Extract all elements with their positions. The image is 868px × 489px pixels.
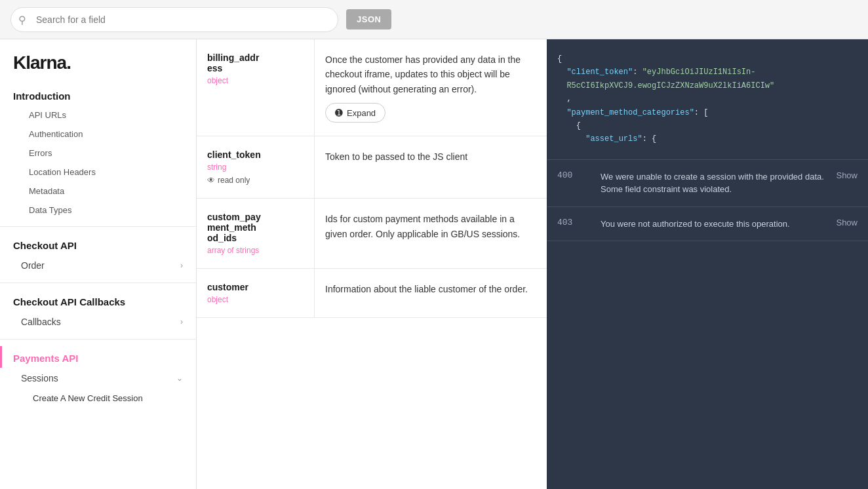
response-show-403[interactable]: Show xyxy=(836,218,858,227)
field-desc-cell-customer: Information about the liable customer of… xyxy=(315,269,547,317)
response-code-403: 403 xyxy=(557,218,590,227)
code-line-5: "payment_method_categories": [ xyxy=(557,106,858,119)
code-line-4: , xyxy=(557,92,858,106)
sidebar-item-location-headers[interactable]: Location Headers xyxy=(0,163,196,182)
sidebar-item-order-label: Order xyxy=(21,260,45,271)
response-code-400: 400 xyxy=(557,170,590,180)
sidebar-item-authentication[interactable]: Authentication xyxy=(0,125,196,144)
field-name-billing-address: billing_address xyxy=(207,52,304,73)
field-row-customer: customer object Information about the li… xyxy=(197,269,547,318)
code-block-json: { "client_token": "eyJhbGciOiJIUzI1NiIsI… xyxy=(547,39,868,160)
code-line-3: R5cCI6IkpXVCJ9.ewogICJzZXNzaW9uX2lkIiA6I… xyxy=(557,79,858,92)
readonly-label: read only xyxy=(218,176,250,185)
sidebar-section-callbacks: Checkout API Callbacks xyxy=(0,290,196,311)
field-type-custom-payment: array of strings xyxy=(207,246,304,255)
response-desc-403: You were not authorized to execute this … xyxy=(601,218,825,231)
expand-button-billing-address[interactable]: ➊ Expand xyxy=(325,103,385,123)
chevron-right-icon: › xyxy=(180,261,183,270)
field-name-client-token: client_token xyxy=(207,149,304,160)
response-show-400[interactable]: Show xyxy=(836,170,858,180)
field-name-cell-customer: customer object xyxy=(197,269,315,317)
sidebar-item-sessions[interactable]: Sessions ⌄ xyxy=(0,368,196,389)
field-readonly-client-token: 👁 read only xyxy=(207,176,304,185)
field-desc-cell-billing-address: Once the customer has provided any data … xyxy=(315,39,547,136)
response-row-403: 403 You were not authorized to execute t… xyxy=(547,207,868,242)
sidebar-section-checkout-api: Checkout API xyxy=(0,233,196,255)
sidebar-item-data-types[interactable]: Data Types xyxy=(0,201,196,220)
sidebar-item-errors[interactable]: Errors xyxy=(0,144,196,163)
top-bar: ⚲ JSON xyxy=(0,0,868,39)
field-row-custom-payment-method-ids: custom_payment_method_ids array of strin… xyxy=(197,199,547,269)
field-desc-custom-payment: Ids for custom payment methods available… xyxy=(325,212,536,241)
sidebar-section-introduction: Introduction xyxy=(0,84,196,106)
main-layout: Klarna. Introduction API URLs Authentica… xyxy=(0,39,868,489)
field-type-client-token: string xyxy=(207,163,304,172)
sidebar-divider-1 xyxy=(0,226,196,227)
field-type-billing-address: object xyxy=(207,76,304,85)
expand-label: Expand xyxy=(347,108,376,118)
code-line-1: { xyxy=(557,52,858,66)
search-input[interactable] xyxy=(10,7,338,32)
field-name-cell-custom-payment: custom_payment_method_ids array of strin… xyxy=(197,199,315,268)
code-line-2: "client_token": "eyJhbGciOiJIUzI1NiIsIn- xyxy=(557,66,858,79)
field-desc-cell-custom-payment: Ids for custom payment methods available… xyxy=(315,199,547,268)
code-line-7: "asset_urls": { xyxy=(557,132,858,146)
sidebar-section-payments-api: Payments API xyxy=(0,346,196,368)
field-row-billing-address: billing_address object Once the customer… xyxy=(197,39,547,136)
field-desc-cell-client-token: Token to be passed to the JS client xyxy=(315,136,547,198)
field-type-customer: object xyxy=(207,295,304,304)
field-name-customer: customer xyxy=(207,282,304,292)
chevron-right-icon-2: › xyxy=(180,317,183,326)
field-name-cell-billing-address: billing_address object xyxy=(197,39,315,136)
sidebar: Klarna. Introduction API URLs Authentica… xyxy=(0,39,197,489)
eye-icon: 👁 xyxy=(207,176,215,185)
sidebar-item-create-credit-session[interactable]: Create A New Credit Session xyxy=(0,389,196,408)
field-desc-billing-address: Once the customer has provided any data … xyxy=(325,52,536,96)
field-desc-customer: Information about the liable customer of… xyxy=(325,282,536,296)
response-desc-400: We were unable to create a session with … xyxy=(601,170,825,196)
logo: Klarna. xyxy=(0,39,196,84)
field-row-client-token: client_token string 👁 read only Token to… xyxy=(197,136,547,199)
json-button[interactable]: JSON xyxy=(346,9,391,29)
code-panel: { "client_token": "eyJhbGciOiJIUzI1NiIsI… xyxy=(547,39,868,489)
sidebar-item-api-urls[interactable]: API URLs xyxy=(0,106,196,125)
field-desc-client-token: Token to be passed to the JS client xyxy=(325,149,536,164)
expand-circle-icon: ➊ xyxy=(335,108,343,118)
sidebar-divider-3 xyxy=(0,339,196,340)
sidebar-item-sessions-label: Sessions xyxy=(21,373,58,383)
field-name-custom-payment: custom_payment_method_ids xyxy=(207,212,304,243)
search-icon: ⚲ xyxy=(18,13,26,26)
sidebar-item-callbacks-label: Callbacks xyxy=(21,317,61,327)
sidebar-item-callbacks[interactable]: Callbacks › xyxy=(0,311,196,332)
sidebar-item-metadata[interactable]: Metadata xyxy=(0,182,196,201)
content-area: billing_address object Once the customer… xyxy=(197,39,547,489)
field-name-cell-client-token: client_token string 👁 read only xyxy=(197,136,315,198)
code-line-6: { xyxy=(557,119,858,132)
sidebar-item-order[interactable]: Order › xyxy=(0,255,196,276)
sidebar-divider-2 xyxy=(0,283,196,283)
response-row-400: 400 We were unable to create a session w… xyxy=(547,160,868,207)
chevron-down-icon: ⌄ xyxy=(176,374,183,383)
search-wrapper: ⚲ xyxy=(10,7,338,32)
